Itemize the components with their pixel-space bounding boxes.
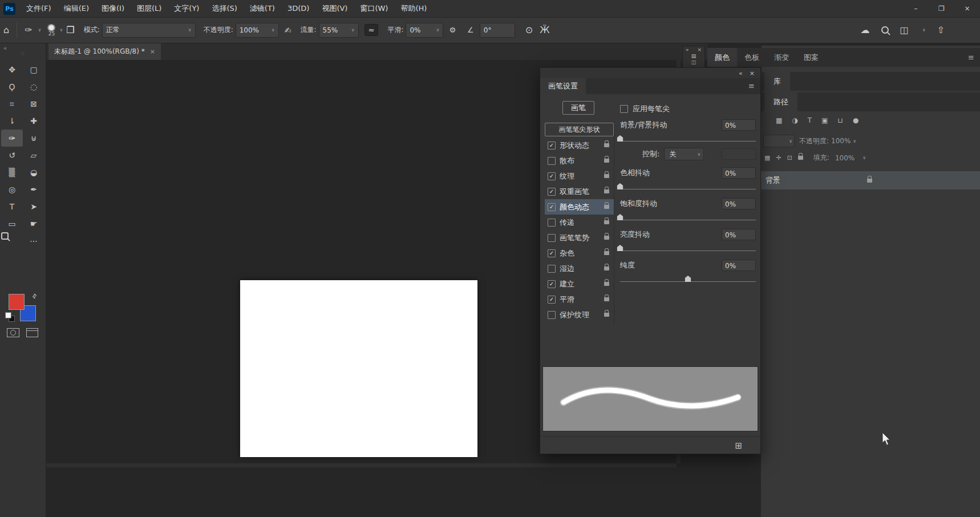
menu-item[interactable]: 窗口(W) xyxy=(354,0,394,17)
menu-item[interactable]: 图像(I) xyxy=(95,0,131,17)
lock-icon[interactable] xyxy=(604,251,609,255)
tab-libraries[interactable]: 库 xyxy=(764,72,790,91)
document-tab[interactable]: 未标题-1 @ 100%(RGB/8) * × xyxy=(48,43,161,60)
panel-tab[interactable]: 颜色 xyxy=(707,48,737,67)
lock-transparency-icon[interactable]: ▦ xyxy=(764,154,770,161)
pressure-size-icon[interactable]: ⊙ xyxy=(525,25,533,35)
control-dropdown[interactable]: 关 ∨ xyxy=(664,148,704,160)
clone-stamp-tool[interactable]: ⊎ xyxy=(23,130,44,147)
menu-item[interactable]: 选择(S) xyxy=(205,0,243,17)
panel-menu-icon[interactable]: ≡ xyxy=(748,78,760,94)
tab-paths[interactable]: 路径 xyxy=(764,92,797,111)
purity-field[interactable]: 0% xyxy=(722,260,756,271)
eraser-tool[interactable]: ▱ xyxy=(23,147,44,164)
filter-adjustment-layers-icon[interactable]: ◑ xyxy=(792,116,797,124)
section-checkbox[interactable] xyxy=(548,188,556,196)
menu-item[interactable]: 编辑(E) xyxy=(58,0,95,17)
rectangular-marquee-tool[interactable]: ▢ xyxy=(23,61,44,78)
lock-icon[interactable] xyxy=(604,266,609,270)
layer-row-background[interactable]: 背景 xyxy=(761,171,980,189)
section-checkbox[interactable] xyxy=(548,203,556,211)
section-checkbox[interactable] xyxy=(548,172,556,180)
object-selection-tool[interactable]: ◌ xyxy=(23,78,44,95)
more-tools[interactable]: ⋯ xyxy=(23,232,44,249)
collapsed-panel-icon-b[interactable]: ◫ xyxy=(691,59,696,65)
brush-tip-shape-item[interactable]: 画笔笔尖形状 xyxy=(545,123,614,136)
horizontal-scrollbar[interactable] xyxy=(46,463,677,467)
section-checkbox[interactable] xyxy=(548,234,556,242)
menu-item[interactable]: 图层(L) xyxy=(131,0,168,17)
brightness-jitter-field[interactable]: 0% xyxy=(722,229,756,240)
brush-section-row[interactable]: 杂色 xyxy=(545,245,614,261)
quick-mask-mode-button[interactable] xyxy=(7,328,19,337)
brightness-jitter-slider[interactable] xyxy=(620,244,756,253)
menu-item[interactable]: 滤镜(T) xyxy=(244,0,281,17)
home-icon[interactable]: ⌂ xyxy=(3,25,9,35)
lock-icon[interactable] xyxy=(604,143,609,147)
type-tool[interactable]: T xyxy=(1,198,23,215)
close-document-icon[interactable]: × xyxy=(150,48,155,55)
brush-tool-icon[interactable]: ✑ xyxy=(25,25,32,35)
frame-tool[interactable]: ⊠ xyxy=(23,95,44,112)
brush-tool[interactable]: ✑ xyxy=(1,130,23,147)
blend-mode-dropdown[interactable]: ∨ xyxy=(763,135,795,147)
swap-colors-icon[interactable]: ⇄ xyxy=(30,292,38,300)
fg-bg-jitter-slider[interactable] xyxy=(620,134,756,143)
smudge-tool[interactable]: ◒ xyxy=(23,164,44,181)
brush-section-row[interactable]: 建立 xyxy=(545,276,614,292)
account-cloud-icon[interactable]: ☁ xyxy=(861,25,870,35)
brush-section-row[interactable]: 画笔笔势 xyxy=(545,230,614,245)
chevron-down-icon[interactable]: ∨ xyxy=(922,27,926,33)
apply-per-tip-checkbox[interactable] xyxy=(620,105,628,113)
default-colors-icon[interactable] xyxy=(5,312,11,318)
brush-section-row[interactable]: 平滑 xyxy=(545,292,614,307)
dodge-tool[interactable]: ◎ xyxy=(1,181,23,198)
brush-preset-picker[interactable]: 25 xyxy=(47,24,56,37)
section-checkbox[interactable] xyxy=(548,142,556,150)
eyedropper-tool[interactable]: ⇂ xyxy=(1,112,23,130)
section-checkbox[interactable] xyxy=(548,265,556,273)
menu-item[interactable]: 3D(D) xyxy=(281,0,315,17)
new-brush-icon[interactable]: ⊞ xyxy=(735,441,742,451)
section-checkbox[interactable] xyxy=(548,280,556,288)
lock-icon[interactable] xyxy=(604,236,609,240)
collapse-panel-icon[interactable]: « xyxy=(739,70,743,77)
lock-position-icon[interactable]: ⊡ xyxy=(787,154,792,161)
brush-section-row[interactable]: 形状动态 xyxy=(545,138,614,153)
section-checkbox[interactable] xyxy=(548,249,556,257)
chevron-down-icon[interactable]: ∨ xyxy=(38,27,42,33)
panel-menu-icon[interactable]: ≡ xyxy=(968,48,980,67)
lock-icon[interactable] xyxy=(604,205,609,209)
rectangle-tool[interactable]: ▭ xyxy=(1,215,23,232)
slider-thumb[interactable] xyxy=(617,245,623,251)
document-canvas[interactable] xyxy=(240,280,477,457)
menu-item[interactable]: 文字(Y) xyxy=(168,0,205,17)
brush-section-row[interactable]: 纹理 xyxy=(545,168,614,184)
panel-tab[interactable]: 渐变 xyxy=(767,48,796,67)
menu-item[interactable]: 视图(V) xyxy=(315,0,354,17)
close-button[interactable]: × xyxy=(954,0,980,17)
lock-icon[interactable] xyxy=(604,313,609,317)
lock-icon[interactable] xyxy=(604,220,609,224)
blend-mode-select[interactable]: 正常 ∨ xyxy=(102,23,196,38)
slider-thumb[interactable] xyxy=(617,214,623,220)
brush-section-row[interactable]: 传递 xyxy=(545,215,614,230)
screen-mode-button[interactable] xyxy=(26,328,38,337)
collapsed-panel-icon-a[interactable]: ▤ xyxy=(691,53,696,59)
filter-smart-objects-icon[interactable]: ⊔ xyxy=(838,116,843,124)
pen-tool[interactable]: ✒ xyxy=(23,181,44,198)
search-icon[interactable] xyxy=(881,26,889,34)
brush-section-row[interactable]: 保护纹理 xyxy=(545,307,614,322)
hue-jitter-field[interactable]: 0% xyxy=(722,167,756,179)
lock-icon[interactable] xyxy=(604,159,609,163)
healing-brush-tool[interactable]: ✚ xyxy=(23,112,44,130)
toggle-brush-settings-panel-icon[interactable]: ❐ xyxy=(66,25,74,35)
section-checkbox[interactable] xyxy=(548,219,556,227)
layers-opacity-value[interactable]: 100% xyxy=(831,137,851,145)
zoom-tool[interactable] xyxy=(1,232,9,240)
path-selection-tool[interactable]: ➤ xyxy=(23,198,44,215)
section-checkbox[interactable] xyxy=(548,157,556,165)
maximize-button[interactable]: ❐ xyxy=(929,0,954,17)
fill-value[interactable]: 100% xyxy=(835,154,855,162)
close-panel-group-icon[interactable]: × xyxy=(697,47,702,52)
